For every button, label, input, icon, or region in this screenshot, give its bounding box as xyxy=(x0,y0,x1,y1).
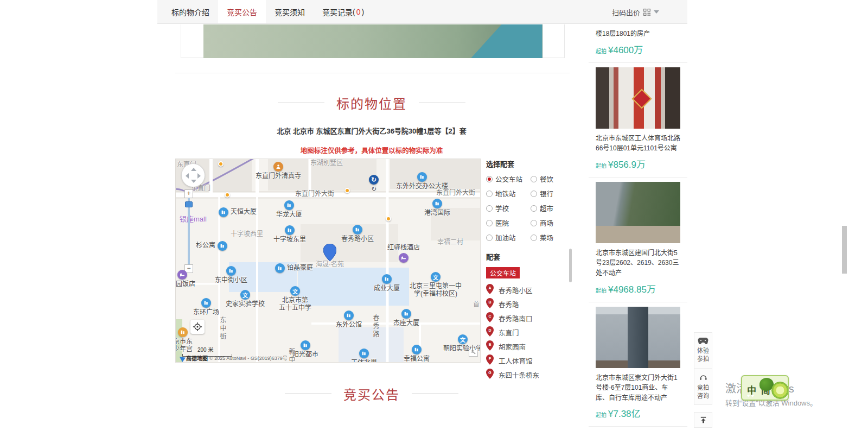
listing-price: 起拍¥4600万 xyxy=(596,42,680,56)
map-poi[interactable]: ↻↻ xyxy=(369,175,379,185)
facility-option[interactable]: 医院 xyxy=(486,218,531,228)
map-poi[interactable]: 文北京市第五十五中学 xyxy=(290,286,300,296)
map-poi[interactable]: 京市东少年宫 xyxy=(178,327,188,337)
tab-1[interactable]: 标的物介绍 xyxy=(163,0,218,23)
facility-option[interactable]: 银行 xyxy=(531,188,569,199)
listing-card[interactable]: 北京市东城区建国门北大街5号23层2602、2619、2630三处不动产起拍¥4… xyxy=(589,178,687,302)
map-poi[interactable]: 东中街小区 xyxy=(226,266,236,276)
listing-photo[interactable] xyxy=(596,182,680,243)
radio-icon[interactable] xyxy=(486,205,493,212)
auction-consult-button[interactable]: 竞拍咨询 xyxy=(694,369,712,405)
radio-icon[interactable] xyxy=(531,176,537,182)
map-poi[interactable]: 天恒大厦 xyxy=(219,207,228,217)
radio-icon[interactable] xyxy=(486,176,493,182)
radio-icon[interactable] xyxy=(531,235,537,241)
locate-button[interactable] xyxy=(190,320,205,334)
map-poi[interactable]: 杰座大厦 xyxy=(401,309,411,319)
map-poi[interactable]: 幸福公寓 xyxy=(412,345,422,354)
listing-card[interactable]: 北京市东城区工人体育场北路66号10层01单元1101号公寓起拍¥856.9万 xyxy=(589,63,687,178)
map-poi[interactable]: 文史家实验学校 xyxy=(240,290,250,300)
facility-option-label: 商场 xyxy=(540,218,553,228)
back-to-top-button[interactable] xyxy=(694,412,712,428)
map-poi-label: 北京市第五十五中学 xyxy=(279,297,311,312)
bus-stop-pin-icon: D xyxy=(486,326,494,339)
bus-stop-item[interactable]: C春秀路南口 xyxy=(486,311,573,325)
facility-option-label: 菜场 xyxy=(540,232,553,243)
school-icon: 文 xyxy=(290,286,300,296)
map-poi[interactable]: 花园饭店 xyxy=(177,270,187,280)
map-label-area: 东湖别墅区 xyxy=(310,159,343,167)
map-poi[interactable]: 文朝阳实验小学 xyxy=(458,334,468,344)
pan-down-icon[interactable] xyxy=(191,180,196,183)
listing-photo[interactable] xyxy=(596,67,680,129)
page-scrollbar-thumb[interactable] xyxy=(842,226,847,274)
map-poi[interactable]: 工体北里 xyxy=(359,349,369,358)
ime-status-badge[interactable]: 中 简 ♥ ♥ xyxy=(741,375,789,401)
tab-4[interactable]: 竞买记录 ( 0 ) xyxy=(314,0,373,23)
tab-3[interactable]: 竞买须知 xyxy=(266,0,314,23)
map-poi[interactable]: 文北京三里屯第一中学(幸福村校区) xyxy=(431,272,441,282)
radio-icon[interactable] xyxy=(531,220,537,226)
facility-option[interactable]: 学校 xyxy=(486,203,531,213)
map-poi[interactable]: 阳光都市 xyxy=(301,340,310,350)
listing-title[interactable]: 北京市东城区建国门北大街5号23层2602、2619、2630三处不动产 xyxy=(596,248,680,278)
map-marker-dot xyxy=(218,161,224,167)
bus-stop-item[interactable]: E胡家园南 xyxy=(486,339,573,353)
location-section-header: 标的物位置 xyxy=(157,93,586,112)
map-poi[interactable]: 华龙大厦 xyxy=(284,200,294,210)
bus-stop-item[interactable]: A春秀路小区 xyxy=(486,283,573,297)
facility-scrollbar[interactable] xyxy=(569,249,572,282)
building-icon xyxy=(432,199,442,208)
listing-title[interactable]: 楼18层1801的房产 xyxy=(596,29,680,39)
map-canvas[interactable]: 东直门东直门外清真寺东直门东湖别墅区东直门外大街东直门外大街↻↻东外外交办公大楼… xyxy=(175,159,481,363)
tab-2[interactable]: 竞买公告 xyxy=(218,0,266,23)
listing-title[interactable]: 北京市东城区工人体育场北路66号10层01单元1101号公寓 xyxy=(596,134,680,154)
facility-option[interactable]: 地铁站 xyxy=(486,188,531,199)
map-poi[interactable]: 杉公寓 xyxy=(218,241,227,251)
price-label: 起拍 xyxy=(596,48,607,54)
map-poi[interactable]: 春秀路小区 xyxy=(353,225,362,235)
listing-photo[interactable] xyxy=(596,307,680,368)
facility-option[interactable]: 加油站 xyxy=(486,232,531,243)
listing-card[interactable]: 北京市东城区崇文门外大街1号楼-6至7层101商业、车库、自行车库用途不动产起拍… xyxy=(589,302,687,427)
map-poi[interactable]: 十字坡东里 xyxy=(285,225,295,235)
listing-price: 起拍¥7.38亿 xyxy=(596,406,680,420)
listing-title[interactable]: 北京市东城区崇文门外大街1号楼-6至7层101商业、车库、自行车库用途不动产 xyxy=(596,373,680,403)
bus-stop-name: 东直门 xyxy=(499,327,519,338)
pan-right-icon[interactable] xyxy=(197,173,201,179)
pan-up-icon[interactable] xyxy=(191,168,196,171)
facility-option[interactable]: 超市 xyxy=(531,203,569,213)
bus-stop-item[interactable]: G东四十条桥东 xyxy=(486,368,573,382)
zoom-in-button[interactable]: + xyxy=(184,189,193,198)
pan-left-icon[interactable] xyxy=(186,173,189,179)
map-poi[interactable]: 东直门外清真寺 xyxy=(273,162,283,172)
radio-icon[interactable] xyxy=(531,191,537,197)
bus-stop-item[interactable]: D东直门 xyxy=(486,325,573,339)
facility-option[interactable]: 餐饮 xyxy=(531,174,569,184)
bus-stop-item[interactable]: B春秀路 xyxy=(486,297,573,311)
radio-icon[interactable] xyxy=(486,235,493,241)
radio-icon[interactable] xyxy=(531,205,537,212)
scan-bid-control[interactable]: 扫码出价 xyxy=(612,0,659,24)
facility-option[interactable]: 公交车站 xyxy=(486,174,531,184)
facility-list-title: 配套 xyxy=(486,251,573,262)
map-poi[interactable]: 东环广场 xyxy=(201,298,211,308)
map-pan-control[interactable] xyxy=(181,163,205,187)
svg-text:A: A xyxy=(488,286,491,289)
map-poi[interactable]: 港湾国际 xyxy=(432,199,442,208)
listing-card[interactable]: 楼18层1801的房产起拍¥4600万 xyxy=(589,24,687,63)
map-poi[interactable]: 东外公馆 xyxy=(344,311,354,320)
facility-option[interactable]: 菜场 xyxy=(531,232,569,243)
map-poi[interactable]: 铂晶豪庭 xyxy=(275,263,285,273)
radio-icon[interactable] xyxy=(486,191,493,197)
bus-stop-pin-icon: A xyxy=(486,284,494,296)
experience-bid-button[interactable]: 体验参拍 xyxy=(694,333,712,369)
zoom-slider-track[interactable] xyxy=(188,198,190,264)
facility-option[interactable]: 商场 xyxy=(531,218,569,228)
map-poi[interactable]: 东外外交办公大楼 xyxy=(417,172,427,182)
radio-icon[interactable] xyxy=(486,220,493,226)
bus-stop-item[interactable]: F工人体育馆 xyxy=(486,353,573,368)
map-poi[interactable]: 红驿栈酒店 xyxy=(399,253,409,263)
zoom-slider-thumb[interactable] xyxy=(185,201,193,207)
map-poi[interactable]: 成业大厦 xyxy=(382,274,392,284)
